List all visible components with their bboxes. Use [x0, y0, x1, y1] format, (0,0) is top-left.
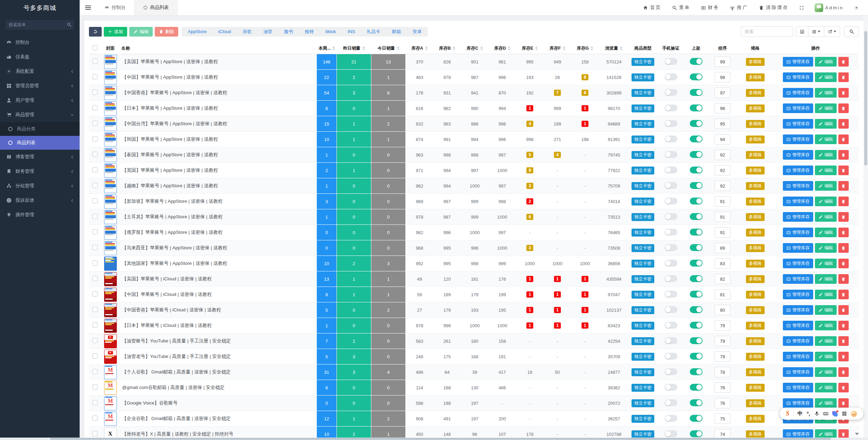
on-sale-toggle[interactable] — [690, 244, 703, 251]
phone-verify-toggle[interactable] — [665, 399, 677, 406]
on-sale-toggle[interactable] — [690, 73, 703, 80]
manage-stock-button[interactable]: 管理库存 — [783, 72, 813, 82]
manage-stock-button[interactable]: 管理库存 — [783, 290, 813, 299]
row-edit-button[interactable]: 编辑 — [815, 57, 837, 67]
on-sale-toggle[interactable] — [690, 89, 703, 96]
nav-link-查单[interactable]: 查单 — [672, 4, 690, 11]
category-tab-推特[interactable]: 推特 — [305, 29, 314, 35]
row-checkbox[interactable] — [92, 59, 98, 64]
row-checkbox[interactable] — [92, 338, 98, 343]
manage-stock-button[interactable]: 管理库存 — [783, 197, 813, 206]
row-checkbox[interactable] — [92, 74, 98, 79]
row-checkbox[interactable] — [92, 384, 98, 390]
sort-order-input[interactable] — [715, 274, 730, 284]
row-checkbox[interactable] — [92, 322, 98, 328]
delete-button[interactable]: 删除 — [155, 27, 178, 37]
manage-stock-button[interactable]: 管理库存 — [783, 212, 813, 222]
row-edit-button[interactable]: 编辑 — [815, 212, 837, 222]
sort-order-input[interactable] — [715, 289, 730, 300]
emoji-icon[interactable] — [851, 411, 857, 417]
sort-icon[interactable] — [620, 46, 623, 50]
sort-order-input[interactable] — [715, 88, 730, 98]
column-header-浏览量[interactable]: 浏览量 — [599, 43, 629, 54]
sort-order-input[interactable] — [715, 150, 730, 160]
manage-stock-button[interactable]: 管理库存 — [783, 150, 813, 160]
tab-控制台[interactable]: 控制台 — [96, 0, 134, 15]
select-all-checkbox[interactable] — [92, 45, 98, 50]
sidebar-item-投诉反馈[interactable]: 投诉反馈 — [0, 193, 80, 208]
manage-stock-button[interactable]: 管理库存 — [783, 228, 813, 237]
phone-verify-toggle[interactable] — [665, 167, 677, 173]
manage-stock-button[interactable]: 管理库存 — [783, 88, 813, 98]
sort-icon[interactable] — [332, 46, 335, 50]
on-sale-toggle[interactable] — [690, 291, 703, 298]
phone-verify-toggle[interactable] — [665, 353, 677, 360]
row-delete-button[interactable] — [838, 336, 849, 346]
horizontal-scrollbar[interactable] — [0, 438, 868, 440]
row-edit-button[interactable]: 编辑 — [815, 88, 837, 98]
sidebar-item-用户管理[interactable]: 用户管理 — [0, 93, 80, 108]
nav-link-推广[interactable]: 推广 — [730, 4, 748, 11]
sidebar-subitem-商品列表[interactable]: 商品列表 — [0, 136, 80, 150]
row-edit-button[interactable]: 编辑 — [815, 274, 837, 284]
column-header-今日销量[interactable]: 今日销量 — [371, 43, 406, 54]
row-edit-button[interactable]: 编辑 — [815, 383, 837, 392]
row-delete-button[interactable] — [838, 228, 849, 237]
columns-toggle-button[interactable] — [808, 26, 824, 37]
row-delete-button[interactable] — [838, 103, 849, 113]
on-sale-toggle[interactable] — [690, 260, 703, 267]
sort-icon[interactable] — [480, 46, 483, 50]
nav-link-expand[interactable] — [799, 5, 804, 10]
manage-stock-button[interactable]: 管理库存 — [783, 398, 813, 408]
row-delete-button[interactable] — [838, 134, 849, 144]
sort-order-input[interactable] — [715, 398, 730, 408]
on-sale-toggle[interactable] — [690, 275, 703, 282]
qr-toolbox-icon[interactable] — [842, 411, 847, 416]
category-tab-tiktok[interactable]: tiktok — [325, 29, 336, 34]
sidebar-item-控制台[interactable]: 控制台 — [0, 35, 80, 50]
row-edit-button[interactable]: 编辑 — [815, 72, 837, 82]
row-checkbox[interactable] — [92, 214, 98, 219]
on-sale-toggle[interactable] — [690, 415, 703, 422]
sort-order-input[interactable] — [715, 351, 730, 362]
manage-stock-button[interactable]: 管理库存 — [783, 274, 813, 284]
category-tab-邮箱[interactable]: 邮箱 — [392, 29, 401, 35]
row-delete-button[interactable] — [838, 398, 849, 408]
category-tab-安卓[interactable]: 安卓 — [413, 29, 422, 35]
row-delete-button[interactable] — [838, 274, 849, 284]
on-sale-toggle[interactable] — [690, 136, 703, 142]
phone-verify-toggle[interactable] — [665, 337, 677, 344]
sort-icon[interactable] — [591, 46, 593, 50]
on-sale-toggle[interactable] — [690, 198, 703, 204]
sort-order-input[interactable] — [715, 181, 730, 191]
column-header-库存G[interactable]: 库存G — [571, 43, 599, 54]
sidebar-item-财务管理[interactable]: 财务管理 — [0, 164, 80, 179]
manage-stock-button[interactable]: 管理库存 — [783, 166, 813, 175]
search-submit-button[interactable] — [844, 26, 859, 37]
row-edit-button[interactable]: 编辑 — [815, 134, 837, 144]
sidebar-item-插件管理[interactable]: 插件管理 — [0, 208, 80, 222]
row-delete-button[interactable] — [838, 88, 849, 98]
row-edit-button[interactable]: 编辑 — [815, 352, 837, 361]
row-edit-button[interactable]: 编辑 — [815, 166, 837, 175]
on-sale-toggle[interactable] — [690, 430, 703, 437]
sidebar-item-系统配置[interactable]: 系统配置 — [0, 64, 80, 79]
manage-stock-button[interactable]: 管理库存 — [783, 57, 813, 67]
sidebar-search-input[interactable] — [5, 19, 75, 30]
manage-stock-button[interactable]: 管理库存 — [783, 305, 813, 315]
manage-stock-button[interactable]: 管理库存 — [783, 181, 813, 191]
row-delete-button[interactable] — [838, 367, 849, 377]
phone-verify-toggle[interactable] — [665, 58, 677, 65]
sort-order-input[interactable] — [715, 413, 730, 424]
vertical-scrollbar[interactable] — [864, 16, 868, 438]
skin-theme-icon[interactable] — [832, 411, 838, 417]
nav-link-首页[interactable]: 首页 — [643, 4, 662, 11]
phone-verify-toggle[interactable] — [665, 73, 677, 80]
row-edit-button[interactable]: 编辑 — [815, 259, 837, 268]
tab-商品列表[interactable]: 商品列表 — [134, 0, 178, 15]
sort-icon[interactable] — [563, 46, 565, 50]
row-edit-button[interactable]: 编辑 — [815, 290, 837, 299]
sort-order-input[interactable] — [715, 336, 730, 346]
microphone-icon[interactable] — [814, 411, 819, 416]
row-checkbox[interactable] — [92, 229, 98, 234]
